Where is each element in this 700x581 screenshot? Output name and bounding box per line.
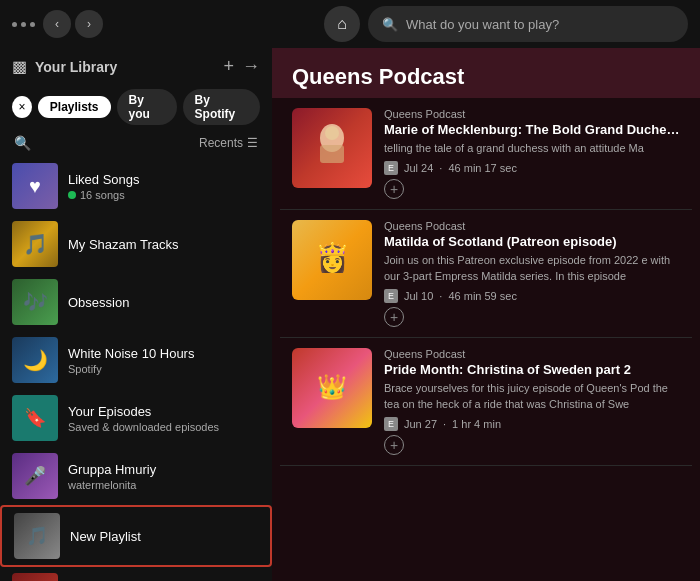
episode-item[interactable]: 👑 Queens Podcast Pride Month: Christina … <box>280 338 692 466</box>
episode-3-duration: 1 hr 4 min <box>452 418 501 430</box>
episode-3-thumb: 👑 <box>292 348 372 428</box>
list-item[interactable]: 🎤 Gruppa Hmuriy watermelonita <box>0 447 272 505</box>
shazam-name: My Shazam Tracks <box>68 237 260 252</box>
list-view-icon: ☰ <box>247 136 258 150</box>
sad-songs-thumb: 😢 <box>12 573 58 581</box>
new-playlist-item[interactable]: 🎵 New Playlist <box>0 505 272 567</box>
search-icon: 🔍 <box>382 17 398 32</box>
shazam-info: My Shazam Tracks <box>68 237 260 252</box>
episode-3-icon: E <box>384 417 398 431</box>
dot-1 <box>12 22 17 27</box>
episode-2-image: 👸 <box>292 220 372 300</box>
search-recents-row: 🔍 Recents ☰ <box>0 129 272 157</box>
svg-text:👸: 👸 <box>315 241 350 274</box>
forward-button[interactable]: › <box>75 10 103 38</box>
liked-songs-thumb: ♥ <box>12 163 58 209</box>
new-playlist-thumb: 🎵 <box>14 513 60 559</box>
search-bar[interactable]: 🔍 What do you want to play? <box>368 6 688 42</box>
main-content: ▩ Your Library + → × Playlists By you By… <box>0 48 700 581</box>
episode-2-add-button[interactable]: + <box>384 307 404 327</box>
liked-songs-icon: ♥ <box>12 163 58 209</box>
dot-3 <box>30 22 35 27</box>
sidebar-search-icon[interactable]: 🔍 <box>14 135 31 151</box>
sad-songs-icon: 😢 <box>12 573 58 581</box>
obsession-thumb: 🎶 <box>12 279 58 325</box>
episode-3-image: 👑 <box>292 348 372 428</box>
sidebar-title: Your Library <box>35 59 215 75</box>
episode-3-desc: Brace yourselves for this juicy episode … <box>384 381 680 412</box>
episode-2-meta: E Jul 10 · 46 min 59 sec <box>384 289 680 303</box>
obsession-icon: 🎶 <box>12 279 58 325</box>
episode-1-content: Queens Podcast Marie of Mecklenburg: The… <box>384 108 680 199</box>
list-item[interactable]: 🎵 My Shazam Tracks <box>0 215 272 273</box>
sidebar-header-actions: + → <box>223 56 260 77</box>
filter-by-spotify[interactable]: By Spotify <box>183 89 260 125</box>
dot-2 <box>21 22 26 27</box>
shazam-thumb: 🎵 <box>12 221 58 267</box>
svg-text:👑: 👑 <box>317 372 347 401</box>
list-item[interactable]: 🌙 White Noise 10 Hours Spotify <box>0 331 272 389</box>
library-icon: ▩ <box>12 57 27 76</box>
search-placeholder: What do you want to play? <box>406 17 559 32</box>
episode-1-thumb <box>292 108 372 188</box>
episode-3-meta: E Jun 27 · 1 hr 4 min <box>384 417 680 431</box>
episode-1-add-button[interactable]: + <box>384 179 404 199</box>
episodes-list: Queens Podcast Marie of Mecklenburg: The… <box>272 98 700 581</box>
list-item[interactable]: 😢 sad songs to listen to 0woofyfvozrgs9m… <box>0 567 272 581</box>
filter-row: × Playlists By you By Spotify <box>0 85 272 129</box>
episode-1-desc: telling the tale of a grand duchess with… <box>384 141 680 156</box>
new-playlist-icon: 🎵 <box>14 513 60 559</box>
obsession-info: Obsession <box>68 295 260 310</box>
list-item[interactable]: 🎶 Obsession <box>0 273 272 331</box>
window-controls <box>12 22 35 27</box>
list-item[interactable]: ♥ Liked Songs 16 songs <box>0 157 272 215</box>
recents-label: Recents ☰ <box>199 136 258 150</box>
svg-point-1 <box>325 126 339 140</box>
gruppa-thumb: 🎤 <box>12 453 58 499</box>
add-library-button[interactable]: + <box>223 56 234 77</box>
episode-2-duration: 46 min 59 sec <box>448 290 516 302</box>
expand-library-button[interactable]: → <box>242 56 260 77</box>
podcast-title: Queens Podcast <box>292 64 680 90</box>
episode-2-date: Jul 10 <box>404 290 433 302</box>
episodes-thumb: 🔖 <box>12 395 58 441</box>
whitenoise-sub: Spotify <box>68 363 260 375</box>
home-button[interactable]: ⌂ <box>324 6 360 42</box>
podcast-header: Queens Podcast <box>272 48 700 98</box>
gruppa-info: Gruppa Hmuriy watermelonita <box>68 462 260 491</box>
whitenoise-info: White Noise 10 Hours Spotify <box>68 346 260 375</box>
episode-1-podcast: Queens Podcast <box>384 108 680 120</box>
back-button[interactable]: ‹ <box>43 10 71 38</box>
list-item[interactable]: 🔖 Your Episodes Saved & downloaded episo… <box>0 389 272 447</box>
episode-1-duration: 46 min 17 sec <box>448 162 516 174</box>
whitenoise-name: White Noise 10 Hours <box>68 346 260 361</box>
episode-2-title: Matilda of Scotland (Patreon episode) <box>384 234 680 249</box>
episode-item[interactable]: 👸 Queens Podcast Matilda of Scotland (Pa… <box>280 210 692 338</box>
episode-1-date: Jul 24 <box>404 162 433 174</box>
liked-indicator <box>68 191 76 199</box>
whitenoise-icon: 🌙 <box>12 337 58 383</box>
gruppa-sub: watermelonita <box>68 479 260 491</box>
new-playlist-info: New Playlist <box>70 529 258 544</box>
episodes-name: Your Episodes <box>68 404 260 419</box>
liked-songs-name: Liked Songs <box>68 172 260 187</box>
episode-1-title: Marie of Mecklenburg: The Bold Grand Duc… <box>384 122 680 137</box>
episodes-sub: Saved & downloaded episodes <box>68 421 260 433</box>
episode-1-image <box>292 108 372 188</box>
sidebar-header: ▩ Your Library + → <box>0 48 272 85</box>
episode-3-add-button[interactable]: + <box>384 435 404 455</box>
top-bar: ‹ › ⌂ 🔍 What do you want to play? <box>0 0 700 48</box>
filter-playlists[interactable]: Playlists <box>38 96 111 118</box>
gruppa-name: Gruppa Hmuriy <box>68 462 260 477</box>
episode-3-title: Pride Month: Christina of Sweden part 2 <box>384 362 680 377</box>
svg-rect-2 <box>320 145 344 163</box>
episode-2-content: Queens Podcast Matilda of Scotland (Patr… <box>384 220 680 327</box>
nav-arrows: ‹ › <box>43 10 103 38</box>
episodes-icon: 🔖 <box>12 395 58 441</box>
filter-by-you[interactable]: By you <box>117 89 177 125</box>
filter-close-button[interactable]: × <box>12 96 32 118</box>
episode-item[interactable]: Queens Podcast Marie of Mecklenburg: The… <box>280 98 692 210</box>
episode-3-content: Queens Podcast Pride Month: Christina of… <box>384 348 680 455</box>
episode-2-icon: E <box>384 289 398 303</box>
episode-1-meta: E Jul 24 · 46 min 17 sec <box>384 161 680 175</box>
